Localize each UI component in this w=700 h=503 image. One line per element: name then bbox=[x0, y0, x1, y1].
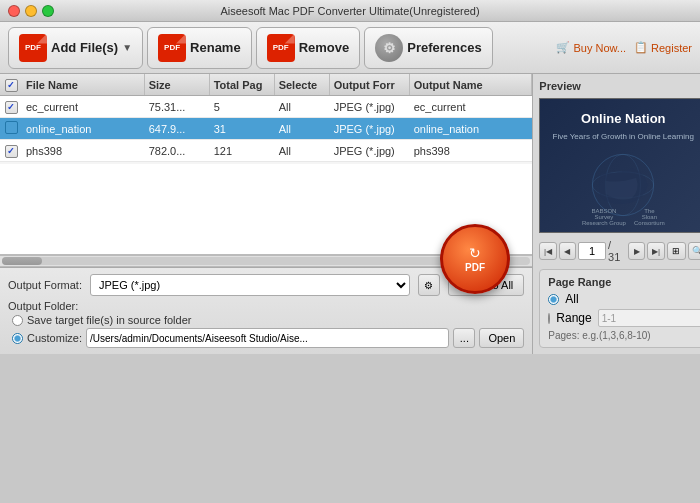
cell-output: ec_current bbox=[410, 101, 533, 113]
cell-format: JPEG (*.jpg) bbox=[330, 123, 410, 135]
convert-arrows-icon: ↻ bbox=[469, 246, 481, 260]
cell-output: online_nation bbox=[410, 123, 533, 135]
cell-filename: ec_current bbox=[22, 101, 145, 113]
convert-button[interactable]: ↻ PDF bbox=[440, 224, 510, 294]
add-files-label: Add File(s) bbox=[51, 40, 118, 55]
preview-book: Online Nation Five Years of Growth in On… bbox=[540, 99, 700, 232]
preview-book-title: Online Nation bbox=[581, 111, 666, 128]
close-button[interactable] bbox=[8, 5, 20, 17]
preferences-label: Preferences bbox=[407, 40, 481, 55]
preferences-button[interactable]: ⚙ Preferences bbox=[364, 27, 492, 69]
scroll-thumb[interactable] bbox=[2, 257, 42, 265]
rename-label: Rename bbox=[190, 40, 241, 55]
preview-logo-2: TheSloanConsortium bbox=[634, 208, 665, 226]
page-number-input[interactable] bbox=[578, 242, 606, 260]
preview-book-subtitle: Five Years of Growth in Online Learning bbox=[553, 132, 694, 142]
col-header-output: Output Name bbox=[410, 74, 533, 95]
register-link[interactable]: 📋 Register bbox=[634, 41, 692, 54]
next-page-button[interactable]: ▶ bbox=[628, 242, 645, 260]
table-row[interactable]: phs398 782.0... 121 All JPEG (*.jpg) phs… bbox=[0, 140, 532, 162]
output-format-label: Output Format: bbox=[8, 279, 82, 291]
first-page-button[interactable]: |◀ bbox=[539, 242, 556, 260]
folder-row: Output Folder: bbox=[8, 300, 524, 312]
add-files-arrow: ▼ bbox=[122, 42, 132, 53]
cell-pages: 5 bbox=[210, 101, 275, 113]
table-row[interactable]: online_nation 647.9... 31 All JPEG (*.jp… bbox=[0, 118, 532, 140]
row-checkbox[interactable] bbox=[5, 145, 18, 158]
col-header-format: Output Forr bbox=[330, 74, 410, 95]
all-label: All bbox=[565, 292, 578, 306]
save-source-radio[interactable] bbox=[12, 315, 23, 326]
file-table: File Name Size Total Pag Selecte Output … bbox=[0, 74, 532, 164]
buy-now-link[interactable]: 🛒 Buy Now... bbox=[556, 41, 626, 54]
browse-button[interactable]: ... bbox=[453, 328, 475, 348]
app-title: Aiseesoft Mac PDF Converter Ultimate(Unr… bbox=[220, 5, 479, 17]
cell-output: phs398 bbox=[410, 145, 533, 157]
output-folder-label: Output Folder: bbox=[8, 300, 78, 312]
col-header-pages: Total Pag bbox=[210, 74, 275, 95]
range-row: Range bbox=[548, 309, 698, 327]
preview-footer: BABSONSurveyResearch Group TheSloanConso… bbox=[582, 208, 665, 226]
col-header-selected: Selecte bbox=[275, 74, 330, 95]
open-button[interactable]: Open bbox=[479, 328, 524, 348]
table-body: ec_current 75.31... 5 All JPEG (*.jpg) e… bbox=[0, 96, 532, 164]
right-panel: Preview Online Nation Five Years of Grow… bbox=[533, 74, 700, 354]
col-header-filename: File Name bbox=[22, 74, 145, 95]
save-source-row: Save target file(s) in source folder bbox=[8, 314, 524, 326]
table-row[interactable]: ec_current 75.31... 5 All JPEG (*.jpg) e… bbox=[0, 96, 532, 118]
toolbar-right: 🛒 Buy Now... 📋 Register bbox=[556, 41, 692, 54]
preview-area: Online Nation Five Years of Growth in On… bbox=[539, 98, 700, 233]
remove-label: Remove bbox=[299, 40, 350, 55]
header-checkbox[interactable] bbox=[5, 79, 18, 92]
convert-button-area: ↻ PDF bbox=[440, 224, 510, 294]
cell-format: JPEG (*.jpg) bbox=[330, 145, 410, 157]
page-range-title: Page Range bbox=[548, 276, 698, 288]
cell-filename: online_nation bbox=[22, 123, 145, 135]
preview-label: Preview bbox=[539, 80, 700, 92]
range-radio[interactable] bbox=[548, 313, 550, 324]
all-radio[interactable] bbox=[548, 294, 559, 305]
row-checkbox[interactable] bbox=[5, 121, 18, 134]
page-total: / 31 bbox=[608, 239, 626, 263]
zoom-button[interactable]: 🔍 bbox=[688, 242, 700, 260]
range-input[interactable] bbox=[598, 309, 700, 327]
add-files-button[interactable]: PDF Add File(s) ▼ bbox=[8, 27, 143, 69]
title-bar: Aiseesoft Mac PDF Converter Ultimate(Unr… bbox=[0, 0, 700, 22]
remove-button[interactable]: PDF Remove bbox=[256, 27, 361, 69]
cell-pages: 31 bbox=[210, 123, 275, 135]
format-settings-button[interactable]: ⚙ bbox=[418, 274, 440, 296]
customize-path-input[interactable] bbox=[86, 328, 449, 348]
fit-page-button[interactable]: ⊞ bbox=[667, 242, 686, 260]
maximize-button[interactable] bbox=[42, 5, 54, 17]
cell-selected: All bbox=[275, 101, 330, 113]
col-header-size: Size bbox=[145, 74, 210, 95]
remove-icon: PDF bbox=[267, 34, 295, 62]
cell-size: 75.31... bbox=[145, 101, 210, 113]
output-format-select[interactable]: JPEG (*.jpg) bbox=[90, 274, 410, 296]
customize-radio[interactable] bbox=[12, 333, 23, 344]
save-source-label: Save target file(s) in source folder bbox=[27, 314, 191, 326]
convert-pdf-label: PDF bbox=[465, 262, 485, 273]
cell-format: JPEG (*.jpg) bbox=[330, 101, 410, 113]
left-panel: File Name Size Total Pag Selecte Output … bbox=[0, 74, 533, 354]
cell-filename: phs398 bbox=[22, 145, 145, 157]
add-files-icon: PDF bbox=[19, 34, 47, 62]
pages-hint: Pages: e.g.(1,3,6,8-10) bbox=[548, 330, 698, 341]
last-page-button[interactable]: ▶| bbox=[647, 242, 664, 260]
all-range-row: All bbox=[548, 292, 698, 306]
nav-controls: |◀ ◀ / 31 ▶ ▶| ⊞ 🔍 bbox=[539, 239, 700, 263]
rename-button[interactable]: PDF Rename bbox=[147, 27, 252, 69]
cell-size: 647.9... bbox=[145, 123, 210, 135]
main-area: File Name Size Total Pag Selecte Output … bbox=[0, 74, 700, 354]
preferences-icon: ⚙ bbox=[375, 34, 403, 62]
prev-page-button[interactable]: ◀ bbox=[559, 242, 576, 260]
rename-icon: PDF bbox=[158, 34, 186, 62]
preview-logo-text: BABSONSurveyResearch Group bbox=[582, 208, 626, 226]
customize-row: Customize: ... Open bbox=[8, 328, 524, 348]
cell-selected: All bbox=[275, 123, 330, 135]
toolbar: PDF Add File(s) ▼ PDF Rename PDF Remove … bbox=[0, 22, 700, 74]
row-checkbox[interactable] bbox=[5, 101, 18, 114]
cell-selected: All bbox=[275, 145, 330, 157]
minimize-button[interactable] bbox=[25, 5, 37, 17]
cell-size: 782.0... bbox=[145, 145, 210, 157]
